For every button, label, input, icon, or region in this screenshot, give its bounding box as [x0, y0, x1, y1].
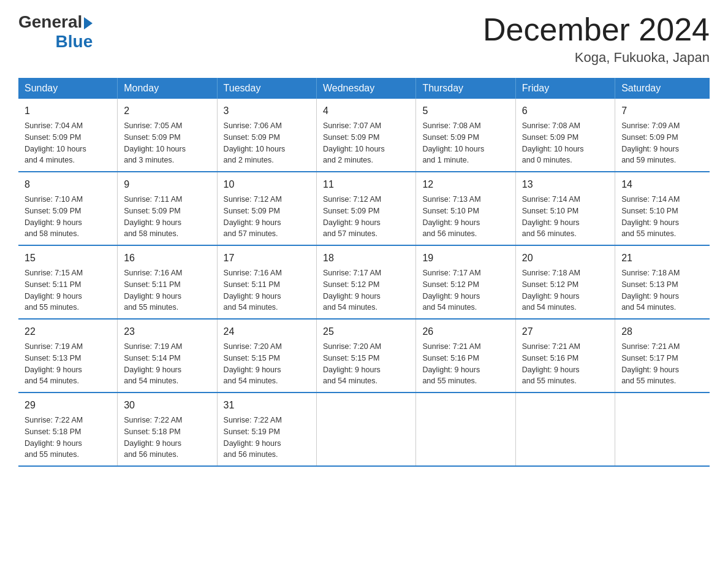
day-number: 8 [25, 177, 111, 192]
calendar-table: SundayMondayTuesdayWednesdayThursdayFrid… [18, 78, 710, 467]
calendar-cell: 3Sunrise: 7:06 AMSunset: 5:09 PMDaylight… [217, 99, 316, 172]
header-friday: Friday [515, 78, 615, 99]
day-number: 11 [323, 177, 409, 192]
day-info: Sunrise: 7:08 AMSunset: 5:09 PMDaylight:… [422, 120, 509, 166]
day-number: 21 [621, 251, 703, 266]
calendar-subtitle: Koga, Fukuoka, Japan [483, 50, 710, 66]
calendar-header-row: SundayMondayTuesdayWednesdayThursdayFrid… [18, 78, 710, 99]
day-info: Sunrise: 7:05 AMSunset: 5:09 PMDaylight:… [124, 120, 210, 166]
day-number: 23 [124, 324, 210, 339]
day-info: Sunrise: 7:04 AMSunset: 5:09 PMDaylight:… [25, 120, 111, 166]
day-number: 5 [422, 104, 509, 118]
calendar-cell: 31Sunrise: 7:22 AMSunset: 5:19 PMDayligh… [217, 393, 316, 466]
header-wednesday: Wednesday [317, 78, 416, 99]
week-row-2: 8Sunrise: 7:10 AMSunset: 5:09 PMDaylight… [18, 172, 710, 245]
calendar-cell: 28Sunrise: 7:21 AMSunset: 5:17 PMDayligh… [615, 319, 710, 393]
header-thursday: Thursday [416, 78, 515, 99]
calendar-cell: 14Sunrise: 7:14 AMSunset: 5:10 PMDayligh… [615, 172, 710, 245]
calendar-cell [317, 393, 416, 466]
day-number: 18 [323, 251, 409, 266]
calendar-cell: 24Sunrise: 7:20 AMSunset: 5:15 PMDayligh… [217, 319, 316, 393]
day-number: 17 [224, 251, 310, 266]
calendar-cell: 8Sunrise: 7:10 AMSunset: 5:09 PMDaylight… [18, 172, 118, 245]
day-number: 3 [224, 104, 310, 118]
day-info: Sunrise: 7:16 AMSunset: 5:11 PMDaylight:… [224, 267, 310, 313]
day-number: 13 [522, 177, 609, 192]
day-number: 7 [621, 104, 703, 118]
header-tuesday: Tuesday [217, 78, 316, 99]
day-number: 29 [25, 398, 111, 413]
calendar-cell: 29Sunrise: 7:22 AMSunset: 5:18 PMDayligh… [18, 393, 118, 466]
calendar-cell: 15Sunrise: 7:15 AMSunset: 5:11 PMDayligh… [18, 245, 118, 319]
day-number: 9 [124, 177, 210, 192]
day-info: Sunrise: 7:18 AMSunset: 5:12 PMDaylight:… [522, 267, 609, 313]
day-number: 6 [522, 104, 609, 118]
day-info: Sunrise: 7:22 AMSunset: 5:18 PMDaylight:… [124, 415, 210, 461]
logo-blue-text: Blue [56, 32, 93, 52]
day-number: 2 [124, 104, 210, 118]
day-info: Sunrise: 7:07 AMSunset: 5:09 PMDaylight:… [323, 120, 409, 166]
day-info: Sunrise: 7:22 AMSunset: 5:19 PMDaylight:… [224, 415, 310, 461]
day-info: Sunrise: 7:09 AMSunset: 5:09 PMDaylight:… [621, 120, 703, 166]
day-info: Sunrise: 7:14 AMSunset: 5:10 PMDaylight:… [621, 194, 703, 240]
day-info: Sunrise: 7:10 AMSunset: 5:09 PMDaylight:… [25, 194, 111, 240]
calendar-cell: 5Sunrise: 7:08 AMSunset: 5:09 PMDaylight… [416, 99, 515, 172]
day-info: Sunrise: 7:13 AMSunset: 5:10 PMDaylight:… [422, 194, 509, 240]
day-number: 12 [422, 177, 509, 192]
calendar-cell: 12Sunrise: 7:13 AMSunset: 5:10 PMDayligh… [416, 172, 515, 245]
day-number: 14 [621, 177, 703, 192]
day-number: 4 [323, 104, 409, 118]
day-info: Sunrise: 7:20 AMSunset: 5:15 PMDaylight:… [323, 341, 409, 387]
day-info: Sunrise: 7:06 AMSunset: 5:09 PMDaylight:… [224, 120, 310, 166]
calendar-cell: 11Sunrise: 7:12 AMSunset: 5:09 PMDayligh… [317, 172, 416, 245]
day-info: Sunrise: 7:12 AMSunset: 5:09 PMDaylight:… [224, 194, 310, 240]
calendar-cell: 4Sunrise: 7:07 AMSunset: 5:09 PMDaylight… [317, 99, 416, 172]
calendar-cell: 7Sunrise: 7:09 AMSunset: 5:09 PMDaylight… [615, 99, 710, 172]
calendar-cell: 25Sunrise: 7:20 AMSunset: 5:15 PMDayligh… [317, 319, 416, 393]
logo: General Blue [18, 12, 93, 52]
day-info: Sunrise: 7:17 AMSunset: 5:12 PMDaylight:… [323, 267, 409, 313]
calendar-cell [615, 393, 710, 466]
calendar-title-block: December 2024 Koga, Fukuoka, Japan [483, 12, 710, 66]
day-number: 30 [124, 398, 210, 413]
day-number: 24 [224, 324, 310, 339]
day-number: 28 [621, 324, 703, 339]
calendar-title: December 2024 [483, 12, 710, 47]
week-row-1: 1Sunrise: 7:04 AMSunset: 5:09 PMDaylight… [18, 99, 710, 172]
calendar-cell [515, 393, 615, 466]
day-number: 20 [522, 251, 609, 266]
day-info: Sunrise: 7:14 AMSunset: 5:10 PMDaylight:… [522, 194, 609, 240]
day-number: 15 [25, 251, 111, 266]
calendar-cell: 20Sunrise: 7:18 AMSunset: 5:12 PMDayligh… [515, 245, 615, 319]
day-number: 22 [25, 324, 111, 339]
week-row-3: 15Sunrise: 7:15 AMSunset: 5:11 PMDayligh… [18, 245, 710, 319]
day-number: 27 [522, 324, 609, 339]
day-number: 10 [224, 177, 310, 192]
day-info: Sunrise: 7:17 AMSunset: 5:12 PMDaylight:… [422, 267, 509, 313]
day-info: Sunrise: 7:21 AMSunset: 5:16 PMDaylight:… [422, 341, 509, 387]
day-info: Sunrise: 7:12 AMSunset: 5:09 PMDaylight:… [323, 194, 409, 240]
header-sunday: Sunday [18, 78, 118, 99]
day-info: Sunrise: 7:19 AMSunset: 5:14 PMDaylight:… [124, 341, 210, 387]
calendar-cell: 22Sunrise: 7:19 AMSunset: 5:13 PMDayligh… [18, 319, 118, 393]
calendar-cell: 6Sunrise: 7:08 AMSunset: 5:09 PMDaylight… [515, 99, 615, 172]
calendar-cell [416, 393, 515, 466]
day-number: 31 [224, 398, 310, 413]
calendar-cell: 16Sunrise: 7:16 AMSunset: 5:11 PMDayligh… [118, 245, 217, 319]
week-row-5: 29Sunrise: 7:22 AMSunset: 5:18 PMDayligh… [18, 393, 710, 466]
day-info: Sunrise: 7:16 AMSunset: 5:11 PMDaylight:… [124, 267, 210, 313]
calendar-cell: 18Sunrise: 7:17 AMSunset: 5:12 PMDayligh… [317, 245, 416, 319]
day-number: 19 [422, 251, 509, 266]
header-monday: Monday [118, 78, 217, 99]
logo-arrow-icon [84, 17, 93, 29]
day-info: Sunrise: 7:18 AMSunset: 5:13 PMDaylight:… [621, 267, 703, 313]
day-info: Sunrise: 7:22 AMSunset: 5:18 PMDaylight:… [25, 415, 111, 461]
day-info: Sunrise: 7:21 AMSunset: 5:16 PMDaylight:… [522, 341, 609, 387]
calendar-cell: 13Sunrise: 7:14 AMSunset: 5:10 PMDayligh… [515, 172, 615, 245]
calendar-cell: 1Sunrise: 7:04 AMSunset: 5:09 PMDaylight… [18, 99, 118, 172]
logo-general-text: General [18, 12, 82, 32]
day-info: Sunrise: 7:15 AMSunset: 5:11 PMDaylight:… [25, 267, 111, 313]
day-info: Sunrise: 7:20 AMSunset: 5:15 PMDaylight:… [224, 341, 310, 387]
day-info: Sunrise: 7:21 AMSunset: 5:17 PMDaylight:… [621, 341, 703, 387]
calendar-cell: 19Sunrise: 7:17 AMSunset: 5:12 PMDayligh… [416, 245, 515, 319]
